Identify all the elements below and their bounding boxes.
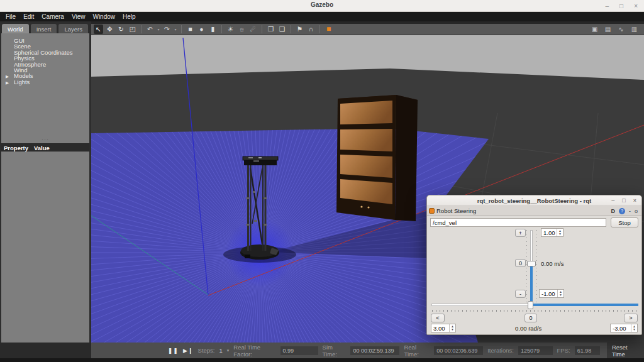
toolbar-separator: [262, 25, 262, 33]
linear-plus-button[interactable]: +: [515, 229, 526, 237]
linear-minus-button[interactable]: -: [515, 290, 526, 298]
snap-icon[interactable]: ∩: [306, 25, 316, 34]
close-icon[interactable]: ×: [634, 3, 638, 9]
os-titlebar: Gazebo – □ ×: [0, 0, 644, 12]
paste-icon[interactable]: ❏: [277, 25, 287, 34]
undo-icon[interactable]: ↶: [145, 25, 155, 34]
menu-file[interactable]: File: [6, 13, 16, 20]
step-button[interactable]: ▶❙: [183, 348, 193, 354]
rqt-close-icon[interactable]: ×: [633, 197, 636, 204]
cylinder-icon[interactable]: ▮: [208, 25, 218, 34]
angular-min-spinbox[interactable]: -3.00 ▲▼: [610, 324, 638, 332]
spin-down-icon[interactable]: ▼: [633, 328, 636, 331]
robot-steering-icon: [429, 208, 435, 214]
topic-input[interactable]: [430, 218, 606, 227]
rqt-titlebar[interactable]: rqt_robot_steering__RobotSteering - rqt …: [427, 195, 641, 206]
sim-time-value: 00 00:02:59.139: [350, 346, 399, 355]
toolbar-separator: [221, 25, 222, 33]
translate-tool-icon[interactable]: ✥: [105, 25, 114, 34]
spin-down-icon[interactable]: ▼: [559, 293, 562, 297]
linear-slider-ticks: [536, 230, 537, 304]
rqt-minimize-icon[interactable]: –: [611, 197, 614, 204]
steps-caret-icon[interactable]: ▾: [227, 348, 230, 353]
sim-time-label: Sim Time:: [323, 344, 347, 358]
point-light-icon[interactable]: ☀: [226, 25, 235, 34]
pause-button[interactable]: ❚❚: [168, 348, 179, 354]
directional-light-icon[interactable]: ☄: [248, 25, 258, 34]
log-record-icon[interactable]: ▤: [603, 25, 613, 34]
toolbar-separator: [181, 25, 182, 33]
plugin-title: Robot Steering: [436, 207, 476, 214]
align-icon[interactable]: ⚑: [295, 25, 304, 34]
linear-slider-groove[interactable]: [530, 230, 533, 264]
menu-camera[interactable]: Camera: [42, 13, 64, 20]
angular-left-button[interactable]: <: [431, 314, 445, 322]
redo-icon[interactable]: ↷: [162, 25, 172, 34]
reset-time-button[interactable]: Reset Time: [607, 342, 644, 359]
rqt-maximize-icon[interactable]: □: [622, 197, 625, 204]
view-angle-icon[interactable]: ■: [324, 25, 333, 34]
rotate-tool-icon[interactable]: ↻: [116, 25, 126, 34]
tree-item-lights[interactable]: ▶Lights: [1, 79, 89, 85]
toolbar-separator: [291, 25, 291, 33]
spin-down-icon[interactable]: ▼: [451, 328, 454, 331]
screenshot-icon[interactable]: ▣: [590, 25, 599, 34]
redo-caret-icon[interactable]: ▾: [174, 27, 177, 31]
sphere-icon[interactable]: ●: [197, 25, 206, 34]
statusbar: ❚❚ ▶❙ Steps: 1 ▾ Real Time Factor: 0.99 …: [0, 343, 644, 358]
video-record-icon[interactable]: ▥: [630, 25, 639, 34]
plugin-float-icon[interactable]: o: [635, 208, 638, 214]
linear-min-spinbox[interactable]: -1.00 ▲▼: [539, 289, 564, 298]
linear-max-spinbox[interactable]: 1.00 ▲▼: [541, 228, 564, 237]
angular-slider-ticks: [432, 310, 636, 312]
angular-slider-handle[interactable]: [528, 301, 533, 309]
tab-layers[interactable]: Layers: [58, 24, 88, 34]
select-tool-icon[interactable]: ↖: [94, 25, 103, 34]
linear-zero-button[interactable]: 0: [515, 259, 526, 267]
drawer-knob: [360, 206, 362, 207]
angular-slider-groove[interactable]: [431, 304, 530, 306]
toolbar-separator: [319, 25, 320, 33]
rqt-window: rqt_robot_steering__RobotSteering - rqt …: [426, 195, 642, 335]
menu-help[interactable]: Help: [123, 13, 136, 20]
menu-window[interactable]: Window: [92, 13, 115, 20]
box-icon[interactable]: ■: [186, 25, 195, 34]
angular-velocity-readout: 0.00 rad/s: [515, 325, 541, 332]
expand-arrow-icon[interactable]: ▶: [6, 80, 9, 85]
rtf-value: 0.99: [280, 346, 318, 355]
copy-icon[interactable]: ❐: [266, 25, 275, 34]
scale-tool-icon[interactable]: ◰: [128, 25, 137, 34]
iterations-value: 125079: [518, 346, 553, 355]
undo-caret-icon[interactable]: ▾: [157, 27, 160, 31]
angular-zero-button[interactable]: 0: [525, 314, 537, 322]
spot-light-icon[interactable]: ☼: [237, 25, 247, 34]
gazebo-window: Gazebo – □ × File Edit Camera View Windo…: [0, 0, 644, 362]
maximize-icon[interactable]: □: [619, 3, 623, 9]
plugin-minimize-icon[interactable]: -: [629, 208, 631, 214]
plot-icon[interactable]: ∿: [616, 25, 626, 34]
plugin-d-button[interactable]: D: [611, 208, 615, 214]
window-bottom-edge: [0, 358, 644, 362]
stop-button[interactable]: Stop: [611, 217, 638, 228]
tab-world[interactable]: World: [2, 24, 29, 34]
angular-max-spinbox[interactable]: 3.00 ▲▼: [431, 324, 456, 332]
bookshelf-model[interactable]: [336, 95, 418, 221]
linear-velocity-readout: 0.00 m/s: [541, 260, 564, 267]
fps-value: 61.98: [575, 346, 600, 355]
left-panel: World Insert Layers GUI Scene Spherical …: [0, 21, 91, 343]
property-table-header: Property Value: [1, 143, 89, 151]
panel-splitter[interactable]: ···: [1, 138, 89, 141]
spin-down-icon[interactable]: ▼: [558, 233, 562, 236]
linear-slider-fill[interactable]: [530, 264, 533, 304]
plugin-titlebar: Robot Steering D ? - o: [427, 206, 641, 216]
steps-value[interactable]: 1: [219, 347, 223, 354]
minimize-icon[interactable]: –: [606, 3, 609, 9]
linear-slider-handle[interactable]: [527, 261, 536, 266]
angular-slider-fill[interactable]: [530, 304, 638, 306]
angular-right-button[interactable]: >: [624, 314, 638, 322]
menu-view[interactable]: View: [72, 13, 86, 20]
plugin-help-icon[interactable]: ?: [619, 208, 625, 214]
linear-slider-ticks: [526, 230, 527, 304]
tab-insert[interactable]: Insert: [31, 24, 57, 34]
menu-edit[interactable]: Edit: [23, 13, 34, 20]
